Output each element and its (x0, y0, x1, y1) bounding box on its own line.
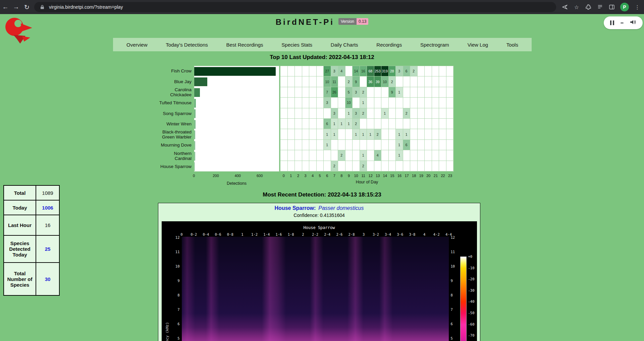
heatmap-cell (280, 98, 288, 108)
heatmap-cell (367, 140, 374, 150)
forward-icon[interactable]: → (11, 3, 21, 11)
heatmap-cell (317, 150, 324, 161)
stat-value[interactable]: 25 (36, 235, 59, 263)
spec-xtick: 1·6 (275, 232, 282, 236)
heatmap-cell (396, 108, 403, 119)
spec-xtick: 0 (180, 232, 182, 236)
heatmap-cell: 2 (360, 161, 367, 171)
heatmap-cell (324, 108, 331, 119)
detection-panel: House Sparrow:Passer domesticus Confiden… (158, 203, 480, 341)
heatmap-cell (317, 161, 324, 171)
spec-xtick: 0·6 (215, 232, 221, 236)
heatmap-cell (403, 76, 411, 87)
heatmap-cell (295, 129, 302, 139)
nav-item-today-s-detections[interactable]: Today's Detections (166, 42, 208, 48)
heatmap-cell (367, 119, 374, 129)
heatmap-cell (418, 66, 425, 76)
heatmap-cell (288, 119, 295, 129)
bar-axis-tick: 0 (193, 174, 195, 178)
reload-icon[interactable]: ↻ (21, 3, 32, 11)
heatmap-cell (425, 87, 432, 98)
spec-ytick-right: 6 (451, 322, 461, 326)
heatmap-cell: 2 (353, 119, 360, 129)
stats-row: Total Number of Species30 (4, 263, 59, 295)
spec-xtick: 4·2 (433, 232, 440, 236)
reading-list-icon[interactable] (597, 4, 603, 10)
heatmap-cell (425, 119, 432, 129)
back-icon[interactable]: ← (0, 3, 11, 11)
nav-item-daily-charts[interactable]: Daily Charts (331, 42, 358, 48)
heatmap-cell (446, 108, 454, 119)
heatmap-cell: 3 (353, 108, 360, 119)
bar-axis-tick: 600 (257, 174, 263, 178)
nav-item-recordings[interactable]: Recordings (376, 42, 402, 48)
heatmap-cell: 1 (360, 98, 367, 108)
heatmap-cell (302, 66, 310, 76)
heatmap-cell (317, 76, 324, 87)
heatmap-cell (288, 87, 295, 98)
extensions-icon[interactable] (585, 4, 592, 10)
heatmap-cell (374, 140, 382, 150)
spec-xtick: 3·2 (373, 232, 379, 236)
bar-axis-tick: 400 (235, 174, 241, 178)
heatmap-cell (295, 108, 302, 119)
nav-item-view-log[interactable]: View Log (468, 42, 488, 48)
heatmap-cell (410, 76, 418, 87)
detection-bar (194, 152, 195, 161)
profile-avatar[interactable]: P (620, 3, 629, 11)
heatmap-cell: 9 (389, 87, 396, 98)
heatmap-cell (374, 98, 382, 108)
spec-xtick: 0·8 (227, 232, 233, 236)
nav-item-species-stats[interactable]: Species Stats (281, 42, 312, 48)
heatmap-cell (403, 87, 411, 98)
heatmap-cell (425, 140, 432, 150)
heatmap-cell (280, 129, 288, 139)
send-icon[interactable] (561, 4, 568, 10)
nav-item-tools[interactable]: Tools (506, 42, 518, 48)
detected-species-name[interactable]: House Sparrow: (275, 205, 316, 211)
seek-dash-icon[interactable] (621, 22, 624, 23)
hour-tick: 16 (396, 174, 403, 178)
nav-item-overview[interactable]: Overview (126, 42, 148, 48)
nav-item-best-recordings[interactable]: Best Recordings (226, 42, 263, 48)
detection-bar (194, 141, 195, 150)
heatmap-cell (439, 87, 446, 98)
heatmap-cell (389, 129, 396, 139)
stat-value[interactable]: 30 (36, 263, 59, 295)
heatmap-cell (280, 76, 288, 87)
heatmap-cell (288, 161, 295, 171)
volume-icon[interactable] (630, 19, 636, 26)
nav-item-spectrogram[interactable]: Spectrogram (420, 42, 449, 48)
menu-kebab-icon[interactable]: ⋮ (634, 4, 641, 10)
heatmap-cell: 6 (403, 140, 411, 150)
address-bar[interactable]: virginia.birdnetpi.com/?stream=play (34, 2, 556, 12)
heatmap-cell: 5 (345, 87, 353, 98)
heatmap-cell (367, 150, 374, 161)
heatmap-cell (403, 98, 411, 108)
bookmark-star-icon[interactable]: ☆ (573, 4, 580, 10)
heatmap-cell: 11 (331, 76, 338, 87)
heatmap-cell: 10 (381, 76, 389, 87)
heatmap-cell (338, 161, 345, 171)
heatmap-cell: 3 (331, 108, 338, 119)
hour-tick: 3 (302, 174, 309, 178)
heatmap-cell (374, 161, 382, 171)
heatmap-cell (432, 76, 439, 87)
hour-tick: 22 (439, 174, 447, 178)
version-label: Version (338, 18, 357, 25)
side-panel-icon[interactable] (608, 4, 615, 10)
pause-icon[interactable] (610, 20, 614, 25)
spec-ytick-left: 11 (170, 250, 180, 254)
heatmap-cell (381, 140, 389, 150)
stat-value[interactable]: 1006 (36, 200, 59, 215)
heatmap-cell: 2 (331, 161, 338, 171)
heatmap-cell (280, 66, 288, 76)
heatmap-cell (396, 76, 403, 87)
spec-xtick: 0·2 (191, 232, 197, 236)
heatmap-cell (302, 87, 310, 98)
heatmap-cell (302, 150, 310, 161)
heatmap-cell (389, 119, 396, 129)
heatmap-cell (439, 161, 446, 171)
colorbar-tick: -30 (468, 288, 475, 292)
heatmap-cell: 2 (345, 76, 353, 87)
